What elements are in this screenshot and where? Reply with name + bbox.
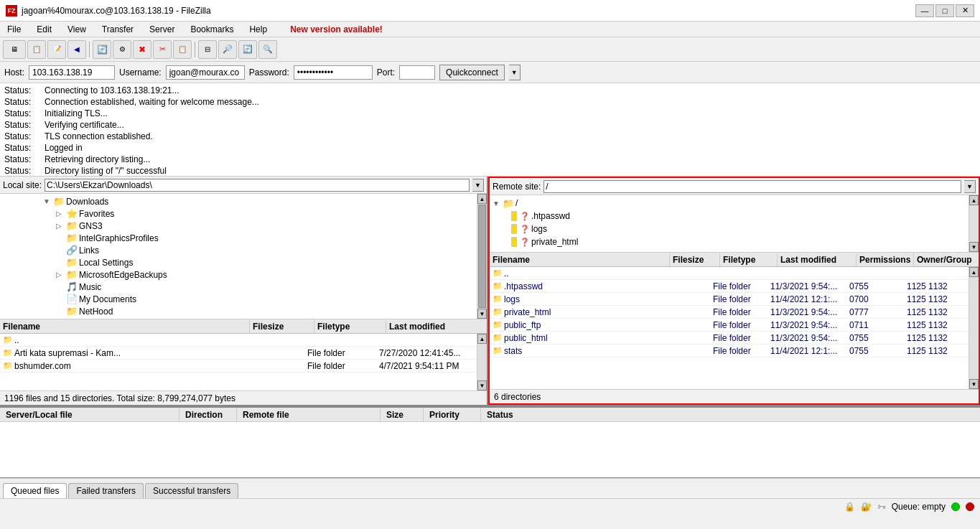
remote-file-row-htpasswd[interactable]: 📁 .htpasswd File folder 11/3/2021 9:54:.… xyxy=(490,280,969,293)
minimize-button[interactable]: — xyxy=(915,4,934,17)
menu-help[interactable]: Help xyxy=(245,23,271,36)
local-site-dropdown-btn[interactable]: ▼ xyxy=(472,179,484,192)
toolbar: 🖥 📋 📝 ◀ 🔄 ⚙ ✖ ✂ 📋 ⊟ 🔎 🔄 🔍 xyxy=(0,37,980,62)
tab-successful-transfers[interactable]: Successful transfers xyxy=(145,483,238,498)
remote-site-dropdown-btn[interactable]: ▼ xyxy=(964,180,976,193)
remote-file-row-publicftp[interactable]: 📁 public_ftp File folder 11/3/2021 9:54:… xyxy=(490,319,969,332)
toggle-left-button[interactable]: ◀ xyxy=(67,40,86,59)
local-tree-content[interactable]: ▼ 📁 Downloads ▷ ⭐ Favorites ▷ 📁 GNS3 📁 xyxy=(0,194,477,319)
sync-browse-button[interactable]: 🔄 xyxy=(238,40,257,59)
remote-site-path-input[interactable] xyxy=(543,180,961,193)
col-header-permissions[interactable]: Permissions xyxy=(857,253,914,266)
queue-col-direction[interactable]: Direction xyxy=(179,408,237,421)
local-file-scrollbar[interactable]: ▲ ▼ xyxy=(477,334,487,390)
col-header-modified[interactable]: Last modified xyxy=(778,253,857,266)
status-row-6: Status: Logged in xyxy=(4,142,976,154)
queue-col-priority[interactable]: Priority xyxy=(424,408,481,421)
tree-item-nethood[interactable]: 📁 NetHood xyxy=(0,305,477,317)
remote-file-scrollbar[interactable]: ▲ ▼ xyxy=(969,267,979,389)
remote-file-header: Filename Filesize Filetype Last modified… xyxy=(490,253,979,267)
scroll-down-btn[interactable]: ▼ xyxy=(477,309,487,319)
tree-item-downloads[interactable]: ▼ 📁 Downloads xyxy=(0,195,477,207)
menu-server[interactable]: Server xyxy=(145,23,179,36)
remote-tree-content[interactable]: ▼ 📁 / ❓ .htpasswd ❓ logs ❓ priva xyxy=(490,195,969,252)
queue-status-text: Queue: empty xyxy=(892,502,946,512)
tree-item-private[interactable]: ❓ private_html xyxy=(490,235,969,248)
host-input[interactable] xyxy=(29,65,115,80)
port-input[interactable] xyxy=(399,65,435,80)
maximize-button[interactable]: □ xyxy=(935,4,954,17)
remote-file-row-private[interactable]: 📁 private_html File folder 11/3/2021 9:5… xyxy=(490,306,969,319)
queue-col-size[interactable]: Size xyxy=(381,408,424,421)
site-manager-button[interactable]: 🖥 xyxy=(3,40,26,59)
remote-file-row-parent[interactable]: 📁 .. xyxy=(490,267,969,280)
username-input[interactable] xyxy=(166,65,245,80)
tab-failed-transfers[interactable]: Failed transfers xyxy=(68,483,144,498)
local-file-row-parent[interactable]: 📁 .. xyxy=(0,334,477,347)
tree-item-logs[interactable]: ❓ logs xyxy=(490,223,969,235)
col-header-filesize[interactable]: Filesize xyxy=(670,253,720,266)
password-input[interactable] xyxy=(294,65,373,80)
close-button[interactable]: ✕ xyxy=(956,4,974,17)
cancel-button[interactable]: ✖ xyxy=(133,40,151,59)
scroll-up-btn[interactable]: ▲ xyxy=(477,334,487,344)
remote-tree-scrollbar[interactable]: ▲ ▼ xyxy=(969,195,979,252)
filter-button[interactable]: 🔎 xyxy=(218,40,237,59)
remote-file-rows: 📁 .. 📁 .htpasswd xyxy=(490,267,969,389)
process-queue-button[interactable]: ⚙ xyxy=(113,40,131,59)
quickconnect-dropdown[interactable]: ▼ xyxy=(509,65,521,80)
queue-col-remote[interactable]: Remote file xyxy=(237,408,381,421)
quickconnect-button[interactable]: Quickconnect xyxy=(439,65,505,80)
menu-transfer[interactable]: Transfer xyxy=(98,23,138,36)
tree-item-intel[interactable]: 📁 IntelGraphicsProfiles xyxy=(0,232,477,244)
local-file-rows: 📁 .. 📁 Arti kata supremasi - Kam... xyxy=(0,334,477,390)
search-button[interactable]: 🔍 xyxy=(258,40,277,59)
menu-view[interactable]: View xyxy=(63,23,90,36)
paste-button[interactable]: 📋 xyxy=(173,40,192,59)
queue-col-status[interactable]: Status xyxy=(481,408,980,421)
local-file-row-2[interactable]: 📁 bshumder.com File folder 4/7/2021 9:54… xyxy=(0,360,477,373)
toggle-log-button[interactable]: 📝 xyxy=(47,40,66,59)
new-version-notice[interactable]: New version available! xyxy=(286,23,387,36)
scroll-down-btn[interactable]: ▼ xyxy=(969,242,979,252)
col-header-filesize[interactable]: Filesize xyxy=(250,320,314,333)
scroll-up-btn[interactable]: ▲ xyxy=(969,195,979,205)
tree-item-root[interactable]: ▼ 📁 / xyxy=(490,197,969,210)
tree-item-htpasswd[interactable]: ❓ .htpasswd xyxy=(490,210,969,223)
col-header-filetype[interactable]: Filetype xyxy=(720,253,778,266)
filter-toggle-button[interactable]: ⊟ xyxy=(198,40,217,59)
local-site-path-input[interactable] xyxy=(45,179,470,192)
tree-item-mydocs[interactable]: 📄 My Documents xyxy=(0,293,477,305)
col-header-filename[interactable]: Filename xyxy=(490,253,670,266)
col-header-filename[interactable]: Filename xyxy=(0,320,250,333)
tree-item-msedge[interactable]: ▷ 📁 MicrosoftEdgeBackups xyxy=(0,268,477,281)
queue-col-server[interactable]: Server/Local file xyxy=(0,408,179,421)
tree-item-gns3[interactable]: ▷ 📁 GNS3 xyxy=(0,220,477,232)
scroll-down-btn[interactable]: ▼ xyxy=(477,380,487,390)
tree-label: Downloads xyxy=(66,197,108,207)
menu-file[interactable]: File xyxy=(3,23,25,36)
scroll-down-btn[interactable]: ▼ xyxy=(969,379,979,389)
remote-file-row-publichtml[interactable]: 📁 public_html File folder 11/3/2021 9:54… xyxy=(490,332,969,345)
tab-queued-files[interactable]: Queued files xyxy=(3,483,67,498)
local-tree-scrollbar[interactable]: ▲ ▼ xyxy=(477,194,487,319)
remote-file-row-stats[interactable]: 📁 stats File folder 11/4/2021 12:1:... 0… xyxy=(490,345,969,357)
tree-item-favorites[interactable]: ▷ ⭐ Favorites xyxy=(0,207,477,220)
col-header-modified[interactable]: Last modified xyxy=(386,320,487,333)
tree-item-links[interactable]: 🔗 Links xyxy=(0,244,477,256)
scroll-thumb[interactable] xyxy=(478,205,486,308)
col-header-owner[interactable]: Owner/Group xyxy=(914,253,979,266)
file-cell-type xyxy=(304,340,376,341)
menu-edit[interactable]: Edit xyxy=(32,23,56,36)
refresh-button[interactable]: 🔄 xyxy=(93,40,111,59)
stop-button[interactable]: ✂ xyxy=(153,40,172,59)
tree-item-localsettings[interactable]: 📁 Local Settings xyxy=(0,256,477,268)
tree-item-music[interactable]: 🎵 Music xyxy=(0,281,477,293)
col-header-filetype[interactable]: Filetype xyxy=(314,320,386,333)
remote-file-row-logs[interactable]: 📁 logs File folder 11/4/2021 12:1:... 07… xyxy=(490,293,969,306)
menu-bookmarks[interactable]: Bookmarks xyxy=(186,23,238,36)
local-file-row-1[interactable]: 📁 Arti kata supremasi - Kam... File fold… xyxy=(0,347,477,360)
new-tab-button[interactable]: 📋 xyxy=(27,40,46,59)
scroll-up-btn[interactable]: ▲ xyxy=(477,194,487,204)
scroll-up-btn[interactable]: ▲ xyxy=(969,267,979,277)
